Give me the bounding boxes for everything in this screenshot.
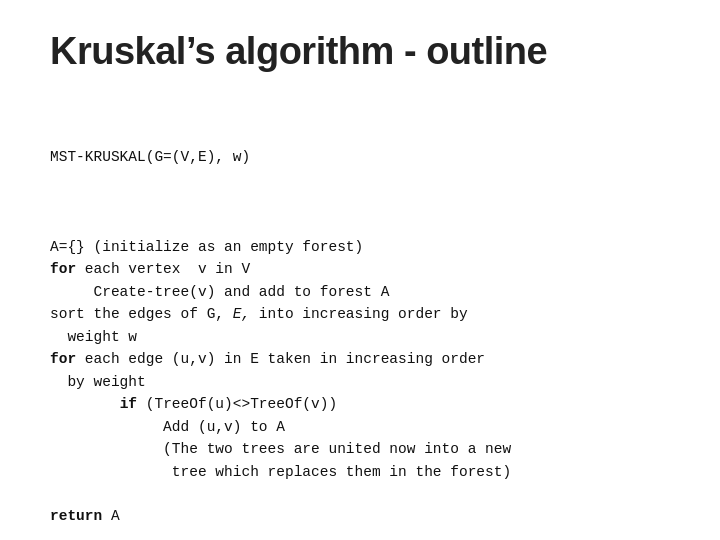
slide: Kruskal’s algorithm - outline MST-KRUSKA… — [0, 0, 720, 540]
slide-title: Kruskal’s algorithm - outline — [50, 30, 670, 73]
code-signature: MST-KRUSKAL(G=(V,E), w) — [50, 146, 670, 168]
code-body: A={} (initialize as an empty forest) for… — [50, 213, 670, 528]
code-block: MST-KRUSKAL(G=(V,E), w) A={} (initialize… — [50, 101, 670, 540]
